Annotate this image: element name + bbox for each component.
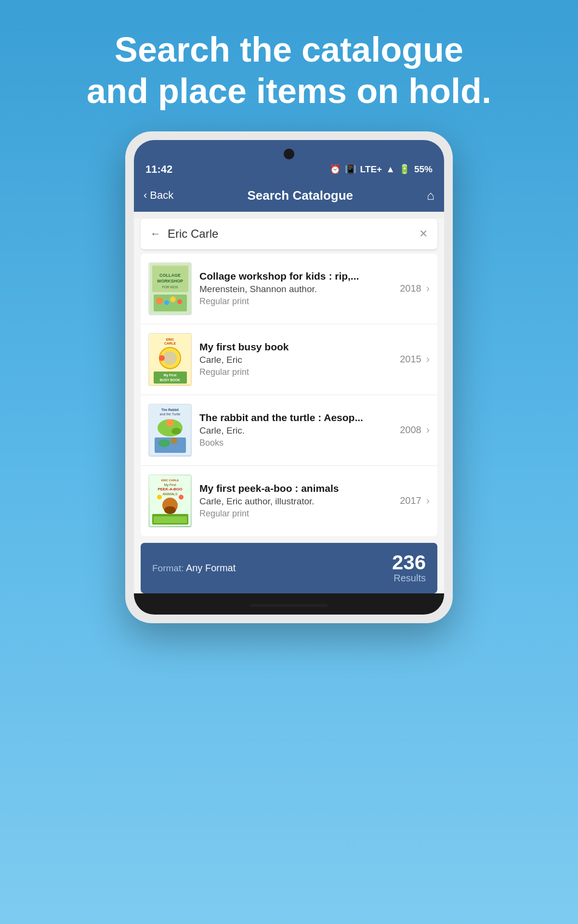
svg-point-23 xyxy=(166,419,174,427)
status-bar: 11:42 ⏰ 📳 LTE+ ▲ 🔋 55% xyxy=(134,140,444,181)
chevron-right-icon: › xyxy=(426,424,430,436)
format-value: Any Format xyxy=(186,563,236,573)
search-query[interactable]: Eric Carle xyxy=(168,227,412,241)
result-title-2: My first busy book xyxy=(199,341,392,353)
svg-text:PEEK-A-BOO: PEEK-A-BOO xyxy=(158,487,182,491)
svg-text:My First: My First xyxy=(164,483,176,487)
count-label: Results xyxy=(392,573,426,584)
chevron-right-icon: › xyxy=(426,282,430,295)
svg-point-38 xyxy=(179,495,184,500)
svg-point-7 xyxy=(164,300,169,305)
svg-point-9 xyxy=(177,299,182,304)
result-year-2: 2015 xyxy=(400,354,421,365)
table-row[interactable]: COLLAGE WORKSHOP FOR KIDS Collage worksh… xyxy=(141,254,437,324)
result-author-3: Carle, Eric. xyxy=(199,425,392,436)
back-button[interactable]: ‹ Back xyxy=(144,189,173,202)
result-info-3: The rabbit and the turtle : Aesop... Car… xyxy=(199,412,392,448)
home-indicator xyxy=(250,604,328,607)
result-year-1: 2018 xyxy=(400,283,421,294)
result-info-2: My first busy book Carle, Eric Regular p… xyxy=(199,341,392,377)
result-format-2: Regular print xyxy=(199,367,392,377)
book-cover-4: ERIC CARLE My First PEEK-A-BOO ANIMALS xyxy=(148,475,192,527)
chevron-right-icon: › xyxy=(426,353,430,366)
svg-point-34 xyxy=(164,506,176,514)
svg-text:ANIMALS: ANIMALS xyxy=(162,492,177,496)
search-bar[interactable]: ← Eric Carle ✕ xyxy=(141,218,437,250)
svg-text:WORKSHOP: WORKSHOP xyxy=(157,279,183,283)
content-area: ← Eric Carle ✕ COLLAGE WORKSHOP FOR KIDS xyxy=(134,218,444,615)
result-author-1: Merenstein, Shannon author. xyxy=(199,284,392,295)
battery-icon: 🔋 xyxy=(399,164,410,175)
svg-point-24 xyxy=(171,428,181,435)
results-count: 236 Results xyxy=(392,552,426,584)
footer-bar[interactable]: Format: Any Format 236 Results xyxy=(141,543,437,593)
table-row[interactable]: ERIC CARLE My First BUSY BOOK My first b… xyxy=(141,324,437,395)
result-info-1: Collage workshop for kids : rip,... Mere… xyxy=(199,270,392,307)
result-format-4: Regular print xyxy=(199,509,392,519)
hero-section: Search the catalogue and place items on … xyxy=(48,0,530,131)
result-meta-2: 2015 › xyxy=(400,353,430,366)
result-meta-4: 2017 › xyxy=(400,495,430,507)
result-title-1: Collage workshop for kids : rip,... xyxy=(199,270,392,282)
hero-line2: and place items on hold. xyxy=(87,72,491,110)
svg-text:The Rabbit: The Rabbit xyxy=(161,408,179,411)
svg-text:FOR KIDS: FOR KIDS xyxy=(162,285,178,289)
nav-bar: ‹ Back Search Catalogue ⌂ xyxy=(134,181,444,212)
chevron-right-icon: › xyxy=(426,495,430,507)
battery-label: 55% xyxy=(414,164,433,175)
svg-point-14 xyxy=(163,351,177,365)
book-cover-2: ERIC CARLE My First BUSY BOOK xyxy=(148,333,192,386)
svg-point-18 xyxy=(159,355,165,361)
signal-label: LTE+ xyxy=(360,164,382,175)
home-button[interactable]: ⌂ xyxy=(427,188,434,203)
footer-format: Format: Any Format xyxy=(152,563,236,574)
phone-mockup: 11:42 ⏰ 📳 LTE+ ▲ 🔋 55% ‹ Back Search Cat… xyxy=(125,131,453,623)
count-number: 236 xyxy=(392,552,426,573)
svg-text:CARLE: CARLE xyxy=(164,342,175,345)
svg-text:ERIC: ERIC xyxy=(166,338,174,341)
search-clear-icon[interactable]: ✕ xyxy=(419,228,428,240)
table-row[interactable]: The Rabbit and the Turtle The rabbit and… xyxy=(141,395,437,466)
nav-title: Search Catalogue xyxy=(247,188,353,203)
hero-text: Search the catalogue and place items on … xyxy=(48,0,530,131)
result-format-1: Regular print xyxy=(199,296,392,307)
vibrate-icon: 📳 xyxy=(345,164,356,175)
book-cover-3: The Rabbit and the Turtle xyxy=(148,404,192,457)
table-row[interactable]: ERIC CARLE My First PEEK-A-BOO ANIMALS xyxy=(141,466,437,536)
search-back-icon[interactable]: ← xyxy=(150,228,161,240)
results-list: COLLAGE WORKSHOP FOR KIDS Collage worksh… xyxy=(141,254,437,536)
camera-dot xyxy=(284,149,294,159)
svg-text:My First: My First xyxy=(163,373,177,377)
svg-text:BUSY BOOK: BUSY BOOK xyxy=(159,378,180,382)
svg-text:and the Turtle: and the Turtle xyxy=(159,412,180,416)
svg-point-6 xyxy=(156,297,163,304)
result-title-4: My first peek-a-boo : animals xyxy=(199,483,392,494)
result-meta-3: 2008 › xyxy=(400,424,430,436)
svg-text:ERIC CARLE: ERIC CARLE xyxy=(161,479,179,482)
result-meta-1: 2018 › xyxy=(400,282,430,295)
book-cover-1: COLLAGE WORKSHOP FOR KIDS xyxy=(148,262,192,315)
result-year-4: 2017 xyxy=(400,495,421,506)
signal-bars-icon: ▲ xyxy=(386,164,395,175)
phone-screen: 11:42 ⏰ 📳 LTE+ ▲ 🔋 55% ‹ Back Search Cat… xyxy=(134,140,444,615)
result-info-4: My first peek-a-boo : animals Carle, Eri… xyxy=(199,483,392,519)
format-label: Format: xyxy=(152,563,184,573)
result-title-3: The rabbit and the turtle : Aesop... xyxy=(199,412,392,424)
result-format-3: Books xyxy=(199,438,392,448)
bottom-bar xyxy=(134,593,444,615)
home-icon: ⌂ xyxy=(427,188,434,203)
result-year-3: 2008 xyxy=(400,424,421,436)
svg-text:COLLAGE: COLLAGE xyxy=(159,273,181,278)
svg-rect-36 xyxy=(154,516,187,523)
status-time: 11:42 xyxy=(145,163,172,176)
back-label: Back xyxy=(150,189,173,202)
svg-point-37 xyxy=(157,495,162,500)
hero-line1: Search the catalogue xyxy=(115,30,463,69)
svg-point-26 xyxy=(158,439,170,447)
alarm-icon: ⏰ xyxy=(329,164,341,175)
result-author-4: Carle, Eric author, illustrator. xyxy=(199,496,392,507)
svg-point-8 xyxy=(170,296,176,302)
svg-point-27 xyxy=(171,437,177,444)
status-right: ⏰ 📳 LTE+ ▲ 🔋 55% xyxy=(329,164,433,175)
result-author-2: Carle, Eric xyxy=(199,355,392,365)
